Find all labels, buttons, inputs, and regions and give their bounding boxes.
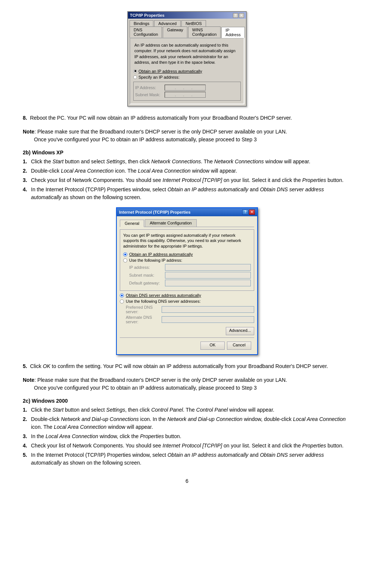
xp-subnet-row: Subnet mask:	[129, 272, 251, 279]
win98-tab-gateway[interactable]: Gateway	[163, 26, 187, 38]
xp-dns-fields: Preferred DNS server: Alternate DNS serv…	[126, 305, 254, 324]
step-2c-3-text: In the Local Area Connection window, cli…	[31, 433, 351, 440]
xp-dialog-screenshot: Internet Protocol (TCP/IP) Properties ? …	[23, 207, 351, 355]
win98-tab-wins[interactable]: WINS Configuration	[188, 26, 221, 38]
xp-radio-manual-dns[interactable]: Use the following DNS server addresses:	[120, 299, 254, 304]
win98-field-section: IP Address: . . . Subnet Mask: . . .	[133, 82, 241, 101]
xp-radio-auto-ip[interactable]: Obtain an IP address automatically	[123, 252, 251, 257]
step-2b-1-text: Click the Start button and select Settin…	[31, 158, 351, 166]
step-2c-1: 1. Click the Start button and select Set…	[23, 406, 351, 414]
win98-titlebar: TCP/IP Properties ? ×	[128, 12, 246, 19]
step-5-number: 5.	[23, 363, 27, 369]
xp-dialog: Internet Protocol (TCP/IP) Properties ? …	[116, 207, 258, 355]
win98-titlebar-buttons: ? ×	[233, 13, 244, 18]
win98-tab-bindings[interactable]: Bindings	[130, 20, 153, 26]
xp-prefdns-input[interactable]	[162, 306, 254, 313]
xp-tab-general[interactable]: General	[120, 220, 144, 227]
win98-ip-input[interactable]: . . .	[165, 85, 206, 91]
note-1-text2: Once you've configured your PC to obtain…	[34, 136, 257, 142]
note-2-text1: : Please make sure that the Broadband ro…	[34, 377, 287, 383]
xp-radio-auto-dns[interactable]: Obtain DNS server address automatically	[120, 293, 254, 298]
page-footer: 6	[22, 478, 352, 484]
step-2b-4-text: In the Internet Protocol (TCP/IP) Proper…	[31, 186, 351, 201]
step-2c-1-num: 1.	[23, 406, 30, 414]
xp-title: Internet Protocol (TCP/IP) Properties	[119, 210, 190, 214]
xp-cancel-button[interactable]: Cancel	[227, 342, 251, 350]
xp-gateway-input[interactable]	[165, 280, 251, 286]
section-2b: 2b) Windows XP 1. Click the Start button…	[23, 150, 351, 201]
step-2b-4: 4. In the Internet Protocol (TCP/IP) Pro…	[23, 186, 351, 201]
step-2c-5-text: In the Internet Protocol (TCP/IP) Proper…	[31, 451, 351, 467]
xp-altdns-label: Alternate DNS server:	[126, 315, 159, 324]
xp-tabs: General Alternate Configuration	[120, 219, 254, 227]
step-2c-4-num: 4.	[23, 442, 30, 450]
xp-altdns-input[interactable]	[162, 316, 254, 323]
win98-ip-dots: . . .	[175, 85, 195, 90]
step-5-text: 5. Click OK to confirm the setting. Your…	[23, 362, 351, 370]
step-2b-3-text: Check your list of Network Components. Y…	[31, 176, 351, 184]
win98-radio-auto[interactable]: Obtain an IP address automatically	[133, 69, 241, 73]
step-2b-4-num: 4.	[23, 186, 30, 201]
xp-radio-manual-ip[interactable]: Use the following IP address:	[123, 258, 251, 262]
step-8-section: 8. Reboot the PC. Your PC will now obtai…	[23, 114, 351, 122]
win98-radio-specify[interactable]: Specify an IP address:	[133, 75, 241, 79]
step-2c-2: 2. Double-click Network and Dial-up Conn…	[23, 415, 351, 431]
win98-dialog-screenshot: TCP/IP Properties ? × Bindings Advanced …	[23, 11, 351, 107]
xp-help-button[interactable]: ?	[242, 210, 248, 215]
win98-tabs-row1: Bindings Advanced NetBIOS	[128, 19, 246, 26]
win98-title: TCP/IP Properties	[130, 13, 165, 18]
win98-dialog: TCP/IP Properties ? × Bindings Advanced …	[127, 11, 247, 107]
xp-ip-row: IP address:	[129, 264, 251, 271]
win98-tab-dns[interactable]: DNS Configuration	[130, 26, 162, 38]
xp-radio-manual-ip-label: Use the following IP address:	[129, 258, 182, 262]
xp-advanced-row: Advanced...	[120, 327, 254, 335]
win98-help-button[interactable]: ?	[233, 13, 238, 18]
section-2c: 2c) Windows 2000 1. Click the Start butt…	[23, 398, 351, 467]
step-8-number: 8.	[23, 115, 27, 121]
xp-radio-manual-dns-label: Use the following DNS server addresses:	[126, 299, 201, 304]
win98-tab-ipaddress[interactable]: IP Address	[221, 27, 244, 38]
step-2c-1-text: Click the Start button and select Settin…	[31, 406, 351, 414]
win98-radio-auto-label: Obtain an IP address automatically	[138, 69, 202, 73]
win98-inner-panel: An IP address can be automatically assig…	[130, 38, 244, 104]
win98-subnet-input[interactable]: . . .	[165, 92, 206, 98]
win98-tab-netbios[interactable]: NetBIOS	[181, 20, 206, 26]
xp-gateway-row: Default gateway:	[129, 280, 251, 286]
step-2c-3-num: 3.	[23, 433, 30, 440]
win98-close-button[interactable]: ×	[239, 13, 244, 18]
section-2b-steps: 1. Click the Start button and select Set…	[23, 158, 351, 201]
step-8-text: 8. Reboot the PC. Your PC will now obtai…	[23, 114, 351, 122]
xp-radio-auto-ip-indicator	[123, 252, 127, 257]
xp-ip-fields: IP address: Subnet mask: Default gateway…	[129, 264, 251, 286]
xp-ok-button[interactable]: OK	[200, 342, 225, 350]
step-2c-5: 5. In the Internet Protocol (TCP/IP) Pro…	[23, 451, 351, 467]
xp-radio-auto-ip-label: Obtain an IP address automatically	[129, 252, 193, 257]
win98-tabs-row2: DNS Configuration Gateway WINS Configura…	[128, 26, 246, 38]
xp-inner-box: You can get IP settings assigned automat…	[120, 229, 254, 291]
xp-tab-alternate[interactable]: Alternate Configuration	[145, 219, 197, 227]
step-2c-2-text: Double-click Network and Dial-up Connect…	[31, 415, 351, 431]
win98-radio-auto-indicator	[133, 69, 137, 73]
step-2b-2: 2. Double-click Local Area Connection ic…	[23, 167, 351, 175]
xp-close-button[interactable]: ×	[249, 210, 255, 215]
win98-tab-advanced[interactable]: Advanced	[154, 20, 181, 26]
step-8-content: Reboot the PC. Your PC will now obtain a…	[30, 115, 292, 121]
win98-radio-specify-label: Specify an IP address:	[138, 75, 180, 79]
xp-advanced-button[interactable]: Advanced...	[226, 327, 254, 335]
step-2c-2-num: 2.	[23, 415, 30, 431]
step-2b-2-num: 2.	[23, 167, 30, 175]
xp-description: You can get IP settings assigned automat…	[123, 233, 251, 249]
page-content: TCP/IP Properties ? × Bindings Advanced …	[23, 11, 351, 467]
step-2c-5-num: 5.	[23, 451, 30, 467]
win98-subnet-row: Subnet Mask: . . .	[135, 92, 239, 98]
xp-button-row: OK Cancel	[120, 340, 254, 351]
xp-subnet-input[interactable]	[165, 272, 251, 279]
xp-body: General Alternate Configuration You can …	[117, 216, 257, 355]
win98-description: An IP address can be automatically assig…	[133, 41, 241, 67]
section-2b-header: 2b) Windows XP	[23, 150, 351, 155]
xp-ip-input[interactable]	[165, 264, 251, 271]
note-1-label: Note	[23, 129, 34, 135]
xp-radio-auto-dns-indicator	[120, 293, 124, 298]
xp-titlebar-buttons: ? ×	[242, 210, 255, 215]
step-2c-3: 3. In the Local Area Connection window, …	[23, 433, 351, 440]
